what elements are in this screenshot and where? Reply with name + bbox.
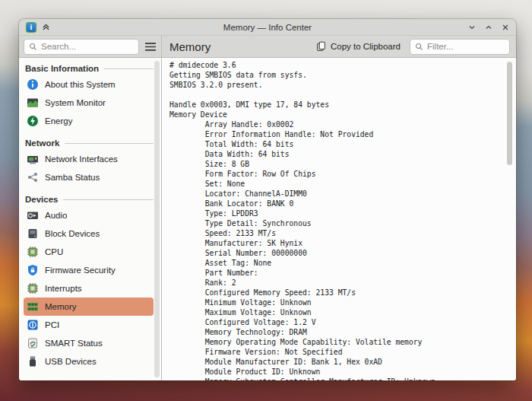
section-header-graphics: Graphics bbox=[22, 375, 154, 380]
sidebar-item-system-monitor[interactable]: System Monitor bbox=[24, 94, 154, 112]
share-icon bbox=[27, 171, 39, 183]
audio-card-icon bbox=[27, 209, 39, 221]
sidebar-item-label: Block Devices bbox=[45, 229, 100, 238]
menu-button[interactable] bbox=[143, 40, 158, 53]
search-input[interactable]: Search... bbox=[24, 39, 139, 55]
filter-placeholder: Filter... bbox=[427, 42, 454, 51]
window-controls bbox=[468, 24, 509, 31]
info-center-window: i Memory — Info Center bbox=[19, 19, 516, 380]
sidebar-item-label: Interrupts bbox=[45, 284, 82, 293]
sidebar-item-label: USB Devices bbox=[45, 357, 97, 366]
section-rule bbox=[65, 143, 154, 144]
sidebar-item-about-this-system[interactable]: About this System bbox=[24, 75, 154, 94]
section-header-devices: Devices bbox=[22, 191, 154, 206]
info-icon bbox=[27, 78, 39, 91]
sidebar-item-network-interfaces[interactable]: Network Interfaces bbox=[24, 150, 154, 168]
smart-disk-icon bbox=[27, 337, 39, 349]
search-placeholder: Search... bbox=[41, 42, 76, 51]
copy-to-clipboard-button[interactable]: Copy to Clipboard bbox=[316, 41, 401, 52]
sidebar-item-label: Samba Status bbox=[45, 173, 100, 182]
sidebar-item-usb-devices[interactable]: USB Devices bbox=[24, 352, 154, 371]
sidebar: Basic Information About this System Syst… bbox=[19, 58, 162, 380]
sidebar-item-pci[interactable]: PCI bbox=[24, 316, 154, 334]
sidebar-item-interrupts[interactable]: Interrupts bbox=[24, 279, 154, 298]
section-label: Basic Information bbox=[25, 64, 99, 73]
sidebar-item-energy[interactable]: Energy bbox=[24, 112, 154, 130]
section-rule bbox=[104, 68, 154, 69]
sidebar-item-label: System Monitor bbox=[45, 98, 106, 107]
copy-icon bbox=[316, 41, 326, 52]
content-scrollbar[interactable] bbox=[507, 62, 512, 165]
maximize-button[interactable] bbox=[485, 24, 492, 31]
monitor-chart-icon bbox=[27, 97, 39, 109]
network-card-icon bbox=[27, 153, 39, 165]
section-header-network: Network bbox=[22, 135, 154, 150]
window-title: Memory — Info Center bbox=[19, 23, 516, 32]
sidebar-item-label: About this System bbox=[45, 80, 116, 89]
filter-input[interactable]: Filter... bbox=[410, 39, 510, 55]
section-rule bbox=[63, 199, 154, 200]
sidebar-item-firmware-security[interactable]: Firmware Security bbox=[24, 261, 154, 279]
sidebar-item-label: Memory bbox=[45, 302, 77, 311]
sidebar-item-label: SMART Status bbox=[45, 339, 103, 348]
sidebar-item-samba-status[interactable]: Samba Status bbox=[24, 168, 154, 186]
section-label: Devices bbox=[25, 195, 58, 204]
section-header-basic-information: Basic Information bbox=[22, 60, 154, 75]
sidebar-item-audio[interactable]: Audio bbox=[24, 206, 154, 224]
sidebar-item-label: Energy bbox=[45, 116, 72, 126]
section-label: Graphics bbox=[25, 379, 63, 380]
usb-icon bbox=[27, 355, 39, 368]
sidebar-item-block-devices[interactable]: Block Devices bbox=[24, 224, 154, 243]
minimize-button[interactable] bbox=[468, 24, 476, 31]
dmidecode-output: # dmidecode 3.6 Getting SMBIOS data from… bbox=[162, 58, 516, 380]
keep-above-icon[interactable] bbox=[42, 23, 50, 31]
content-toolbar: Memory Copy to Clipboard Filter... bbox=[162, 36, 516, 57]
ram-icon bbox=[27, 301, 39, 313]
disk-icon bbox=[27, 228, 39, 240]
sidebar-item-label: Network Interfaces bbox=[45, 154, 118, 164]
sidebar-item-label: Firmware Security bbox=[45, 266, 116, 275]
sidebar-item-cpu[interactable]: CPU bbox=[24, 243, 154, 261]
energy-bolt-icon bbox=[27, 115, 39, 127]
shield-lock-icon bbox=[27, 264, 39, 276]
filter-search-icon bbox=[415, 43, 423, 51]
desktop-wallpaper: i Memory — Info Center bbox=[0, 0, 532, 401]
main-area: Basic Information About this System Syst… bbox=[19, 58, 516, 380]
toolbar: Search... Memory Copy to Clipboard bbox=[19, 36, 516, 58]
interrupt-chip-icon bbox=[27, 282, 39, 294]
section-label: Network bbox=[25, 138, 59, 148]
titlebar[interactable]: i Memory — Info Center bbox=[19, 19, 516, 36]
pci-card-icon bbox=[27, 319, 39, 331]
close-button[interactable] bbox=[502, 24, 509, 31]
page-title: Memory bbox=[169, 40, 211, 53]
copy-button-label: Copy to Clipboard bbox=[331, 42, 401, 51]
sidebar-item-label: Audio bbox=[45, 211, 67, 220]
module-text-view[interactable]: # dmidecode 3.6 Getting SMBIOS data from… bbox=[162, 58, 516, 380]
sidebar-item-label: PCI bbox=[45, 320, 59, 329]
cpu-chip-icon bbox=[27, 246, 39, 258]
sidebar-scrollbar[interactable] bbox=[154, 61, 160, 377]
search-icon bbox=[29, 43, 37, 51]
sidebar-toolbar: Search... bbox=[19, 36, 162, 57]
info-center-app-icon: i bbox=[26, 22, 36, 33]
titlebar-left: i bbox=[26, 22, 50, 33]
sidebar-item-memory[interactable]: Memory bbox=[24, 298, 154, 316]
sidebar-item-label: CPU bbox=[45, 247, 63, 256]
sidebar-item-smart-status[interactable]: SMART Status bbox=[24, 334, 154, 352]
